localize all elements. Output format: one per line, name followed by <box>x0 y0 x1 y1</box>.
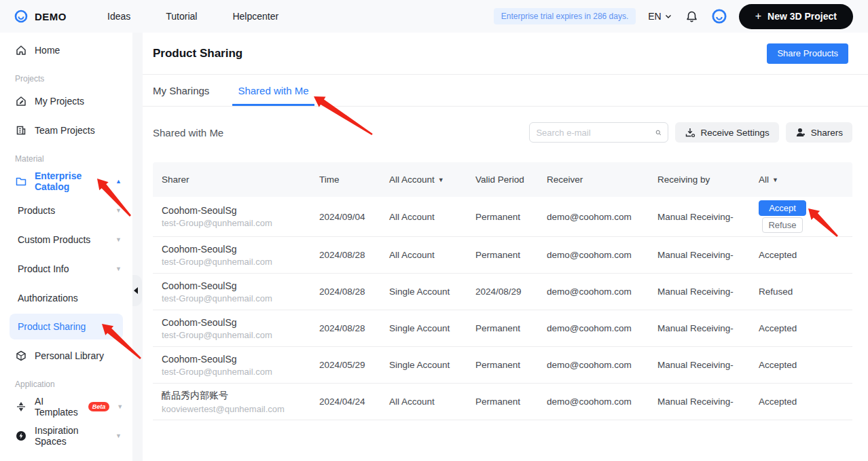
topbar-right: Enterprise trial expires in 286 days. EN… <box>494 4 868 29</box>
valid-period-cell: Permanent <box>475 212 547 222</box>
status-cell: Accepted <box>759 323 852 333</box>
column-header-receiver: Receiver <box>547 174 657 185</box>
sharer-cell: Coohom-SeoulSg test-Group@qunhemail.com <box>162 275 319 309</box>
sharers-button[interactable]: Sharers <box>786 122 852 143</box>
chevron-down-icon: ▼ <box>115 207 122 214</box>
receive-settings-label: Receive Settings <box>700 128 769 138</box>
sidebar-item-product-info[interactable]: Product Info▼ <box>0 254 132 283</box>
filter-caret-icon: ▼ <box>772 177 778 183</box>
new-3d-project-label: New 3D Project <box>767 11 837 22</box>
tab-shared-with-me[interactable]: Shared with Me <box>238 75 308 106</box>
nav-link-helpcenter[interactable]: Helpcenter <box>232 11 278 22</box>
brand-name: DEMO <box>35 11 67 22</box>
search-box <box>529 122 668 143</box>
sidebar-nav: HomeProjectsMy ProjectsTeam ProjectsMate… <box>0 33 132 461</box>
sidebar-item-product-sharing[interactable]: Product Sharing <box>10 314 123 339</box>
sharers-icon <box>795 127 806 138</box>
receiver-cell: demo@coohom.com <box>547 360 657 370</box>
column-header-receiving-by: Receiving by <box>657 174 759 185</box>
coohom-logo-icon <box>14 9 29 24</box>
new-3d-project-button[interactable]: + New 3D Project <box>739 4 853 29</box>
tab-my-sharings[interactable]: My Sharings <box>153 75 209 106</box>
chevron-down-icon: ▼ <box>115 236 122 243</box>
column-header-all[interactable]: All▼ <box>759 174 852 185</box>
account-cell: All Account <box>389 397 475 407</box>
sidebar-item-label: Enterprise Catalog <box>35 170 108 192</box>
status-text: Accepted <box>759 250 797 260</box>
nav-link-ideas[interactable]: Ideas <box>107 11 130 22</box>
column-header-all-account[interactable]: All Account▼ <box>389 174 475 185</box>
sidebar-item-label: My Projects <box>35 96 84 107</box>
sidebar-item-label: Product Info <box>18 263 69 274</box>
table-row: Coohom-SeoulSg test-Group@qunhemail.com2… <box>153 197 852 237</box>
folder-icon <box>15 175 27 187</box>
sidebar-item-label: Home <box>35 45 60 56</box>
sharer-name: Coohom-SeoulSg <box>162 317 312 328</box>
receiver-cell: demo@coohom.com <box>547 250 657 260</box>
toolbar-right: Receive Settings Sharers <box>529 122 852 143</box>
time-cell: 2024/05/29 <box>319 360 389 370</box>
sharer-email: test-Group@qunhemail.com <box>162 367 312 377</box>
account-cell: Single Account <box>389 287 475 297</box>
table-row: 酷品秀内部账号 kooviewertest@qunhemail.com2024/… <box>153 384 852 420</box>
sidebar-item-label: Products <box>18 205 55 216</box>
sidebar-item-authorizations[interactable]: Authorizations <box>0 283 132 312</box>
search-input[interactable] <box>536 128 655 138</box>
accept-button[interactable]: Accept <box>759 200 806 216</box>
sharing-table: SharerTimeAll Account▼Valid PeriodReceiv… <box>153 162 852 420</box>
sidebar-item-custom-feeds[interactable]: Custom Feeds <box>0 454 132 461</box>
trial-badge: Enterprise trial expires in 286 days. <box>494 8 636 24</box>
notification-bell-icon[interactable] <box>685 9 700 24</box>
sidebar-item-team-projects[interactable]: Team Projects <box>0 115 132 145</box>
table-body: Coohom-SeoulSg test-Group@qunhemail.com2… <box>153 197 852 420</box>
sharer-cell: Coohom-SeoulSg test-Group@qunhemail.com <box>162 348 319 382</box>
refuse-button[interactable]: Refuse <box>762 217 803 233</box>
sidebar-item-ai-templates[interactable]: AI TemplatesBeta▼ <box>0 392 132 421</box>
home-icon <box>15 44 27 56</box>
time-cell: 2024/08/28 <box>319 323 389 333</box>
account-cell: All Account <box>389 212 475 222</box>
column-header-time: Time <box>319 174 389 185</box>
sidebar-item-label: Custom Products <box>18 234 90 245</box>
sharer-cell: 酷品秀内部账号 kooviewertest@qunhemail.com <box>162 384 319 420</box>
sharer-name: Coohom-SeoulSg <box>162 244 312 255</box>
nav-link-tutorial[interactable]: Tutorial <box>166 11 197 22</box>
sidebar-item-enterprise-catalog[interactable]: Enterprise Catalog▲ <box>0 166 132 196</box>
sidebar-item-label: Personal Library <box>35 350 104 361</box>
receive-settings-button[interactable]: Receive Settings <box>675 122 778 143</box>
sidebar-item-my-projects[interactable]: My Projects <box>0 86 132 115</box>
sidebar-collapse-handle[interactable] <box>132 275 142 306</box>
section-heading: Shared with Me <box>153 127 223 139</box>
sharer-cell: Coohom-SeoulSg test-Group@qunhemail.com <box>162 200 319 234</box>
account-cell: Single Account <box>389 360 475 370</box>
status-cell: Accepted <box>759 360 852 370</box>
sidebar-item-home[interactable]: Home <box>0 35 132 64</box>
sharer-name: 酷品秀内部账号 <box>162 390 312 402</box>
search-icon[interactable] <box>655 128 662 138</box>
sharer-email: test-Group@qunhemail.com <box>162 293 312 303</box>
receiver-cell: demo@coohom.com <box>547 323 657 333</box>
brand[interactable]: DEMO <box>0 9 82 24</box>
tab-bar: My Sharings Shared with Me <box>143 75 868 107</box>
receiving-by-cell: Manual Receiving- <box>657 212 759 222</box>
receive-settings-icon <box>685 127 695 138</box>
chevron-down-icon: ▼ <box>117 403 123 410</box>
sharer-cell: Coohom-SeoulSg test-Group@qunhemail.com <box>162 312 319 346</box>
sidebar-item-personal-library[interactable]: Personal Library <box>0 341 132 370</box>
account-avatar[interactable] <box>712 9 727 24</box>
table-row: Coohom-SeoulSg test-Group@qunhemail.com2… <box>153 347 852 384</box>
share-products-button[interactable]: Share Products <box>767 43 848 64</box>
status-text: Accepted <box>759 360 797 370</box>
sidebar-item-products[interactable]: Products▼ <box>0 196 132 225</box>
column-header-valid-period: Valid Period <box>475 174 547 185</box>
receiving-by-cell: Manual Receiving- <box>657 360 759 370</box>
column-label: Receiver <box>547 174 583 185</box>
sharer-cell: Coohom-SeoulSg test-Group@qunhemail.com <box>162 238 319 272</box>
receiver-cell: demo@coohom.com <box>547 212 657 222</box>
sharer-email: test-Group@qunhemail.com <box>162 257 312 267</box>
sidebar-item-inspiration-spaces[interactable]: Inspiration Spaces▼ <box>0 421 132 450</box>
column-label: Receiving by <box>657 174 710 185</box>
status-text: Accepted <box>759 323 797 333</box>
sidebar-item-custom-products[interactable]: Custom Products▼ <box>0 225 132 254</box>
language-selector[interactable]: EN <box>648 11 672 22</box>
